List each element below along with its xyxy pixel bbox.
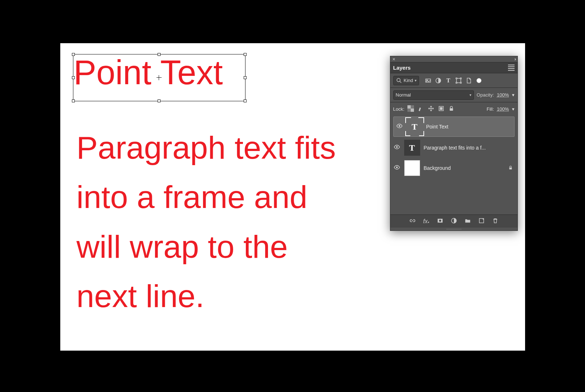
layer-thumbnail[interactable]: T bbox=[407, 119, 423, 135]
lock-transparency-icon[interactable] bbox=[407, 105, 414, 113]
filter-shape-icon[interactable] bbox=[455, 77, 462, 84]
visibility-toggle[interactable] bbox=[393, 164, 401, 172]
panel-footer: fx▾ bbox=[390, 215, 517, 228]
link-layers-icon[interactable] bbox=[409, 217, 416, 225]
svg-rect-11 bbox=[407, 105, 411, 109]
svg-line-1 bbox=[400, 81, 401, 83]
layer-name[interactable]: Paragraph text fits into a f... bbox=[424, 145, 515, 151]
svg-point-18 bbox=[398, 125, 400, 127]
new-group-icon[interactable] bbox=[464, 217, 471, 225]
handle-top-right[interactable] bbox=[244, 53, 247, 56]
handle-bottom-center[interactable] bbox=[158, 99, 161, 102]
chevron-down-icon: ▾ bbox=[415, 78, 417, 82]
panel-topbar[interactable]: × ›› bbox=[390, 56, 517, 62]
opacity-label: Opacity: bbox=[477, 92, 494, 98]
filter-adjustment-icon[interactable] bbox=[435, 77, 442, 84]
text-layer-icon: T bbox=[409, 143, 415, 153]
layer-name[interactable]: Background bbox=[424, 165, 504, 171]
delete-layer-icon[interactable] bbox=[492, 217, 499, 225]
handle-middle-left[interactable] bbox=[72, 76, 75, 79]
layer-mask-icon[interactable] bbox=[436, 217, 444, 225]
opacity-value[interactable]: 100% bbox=[497, 92, 509, 98]
lock-artboard-icon[interactable] bbox=[438, 105, 444, 113]
layers-panel[interactable]: × ›› Layers Kind ▾ bbox=[390, 56, 518, 231]
visibility-toggle[interactable] bbox=[393, 144, 401, 152]
layer-row[interactable]: T Paragraph text fits into a f... bbox=[390, 138, 517, 158]
layer-name[interactable]: Point Text bbox=[426, 124, 512, 130]
chevron-down-icon: ▾ bbox=[470, 93, 471, 97]
lock-icon[interactable] bbox=[508, 165, 515, 171]
close-icon[interactable]: × bbox=[393, 57, 395, 62]
layer-row[interactable]: Background bbox=[390, 158, 517, 178]
panel-tabs: Layers bbox=[390, 62, 517, 73]
collapse-icon[interactable]: ›› bbox=[515, 57, 515, 62]
filter-kind-dropdown[interactable]: Kind ▾ bbox=[393, 76, 419, 85]
lock-row: Lock: bbox=[390, 102, 517, 116]
blend-row: Normal ▾ Opacity: 100% ▾ bbox=[390, 87, 517, 102]
svg-point-19 bbox=[396, 146, 398, 148]
layer-effects-icon[interactable]: fx▾ bbox=[423, 218, 430, 225]
search-icon bbox=[396, 77, 402, 84]
filter-smartobject-icon[interactable] bbox=[466, 77, 472, 84]
svg-point-23 bbox=[439, 220, 441, 222]
handle-top-center[interactable] bbox=[158, 53, 161, 56]
svg-rect-16 bbox=[440, 107, 442, 110]
handle-top-left[interactable] bbox=[72, 53, 75, 56]
adjustment-layer-icon[interactable] bbox=[450, 217, 458, 225]
filter-kind-label: Kind bbox=[404, 78, 413, 83]
lock-label: Lock: bbox=[393, 106, 405, 112]
fill-label: Fill: bbox=[487, 106, 494, 112]
svg-rect-9 bbox=[460, 82, 461, 83]
layer-list: T Point Text T Paragraph text fits into … bbox=[390, 117, 517, 215]
blend-mode-dropdown[interactable]: Normal ▾ bbox=[393, 90, 474, 100]
fill-value[interactable]: 100% bbox=[497, 106, 509, 112]
document-canvas[interactable]: Point Text Paragraph text fits into a fr… bbox=[60, 43, 525, 351]
lock-pixels-icon[interactable] bbox=[418, 105, 424, 113]
panel-menu-icon[interactable] bbox=[508, 65, 515, 71]
layer-thumbnail[interactable]: T bbox=[404, 140, 420, 156]
anchor-point[interactable] bbox=[157, 75, 162, 80]
filter-type-icon[interactable]: T bbox=[445, 77, 452, 84]
lock-position-icon[interactable] bbox=[428, 105, 434, 113]
chevron-down-icon[interactable]: ▾ bbox=[512, 92, 515, 98]
new-layer-icon[interactable] bbox=[478, 217, 485, 225]
svg-rect-21 bbox=[509, 167, 512, 169]
visibility-toggle[interactable] bbox=[396, 123, 403, 131]
svg-rect-8 bbox=[456, 82, 457, 83]
chevron-down-icon[interactable]: ▾ bbox=[512, 106, 515, 112]
layer-row[interactable]: T Point Text bbox=[393, 117, 515, 137]
blend-mode-value: Normal bbox=[396, 92, 411, 98]
svg-point-0 bbox=[397, 78, 400, 82]
svg-rect-17 bbox=[450, 108, 453, 111]
lock-all-icon[interactable] bbox=[448, 105, 455, 113]
transform-bounds[interactable] bbox=[73, 54, 245, 101]
filter-color-toggle[interactable] bbox=[476, 77, 482, 84]
handle-bottom-left[interactable] bbox=[72, 99, 75, 102]
svg-rect-12 bbox=[411, 109, 414, 112]
paragraph-text-layer[interactable]: Paragraph text fits into a frame and wil… bbox=[77, 123, 356, 321]
handle-middle-right[interactable] bbox=[244, 76, 247, 79]
layer-thumbnail[interactable] bbox=[404, 160, 420, 176]
svg-rect-7 bbox=[460, 78, 461, 79]
text-layer-icon: T bbox=[411, 122, 417, 132]
panel-resize-grip[interactable] bbox=[390, 228, 517, 230]
filter-pixel-icon[interactable] bbox=[425, 77, 431, 84]
svg-point-20 bbox=[396, 167, 398, 168]
tab-layers[interactable]: Layers bbox=[393, 65, 411, 71]
handle-bottom-right[interactable] bbox=[244, 99, 247, 102]
point-text-layer[interactable]: Point Text bbox=[73, 54, 245, 101]
svg-rect-6 bbox=[456, 78, 457, 79]
filter-row: Kind ▾ T bbox=[390, 73, 517, 87]
